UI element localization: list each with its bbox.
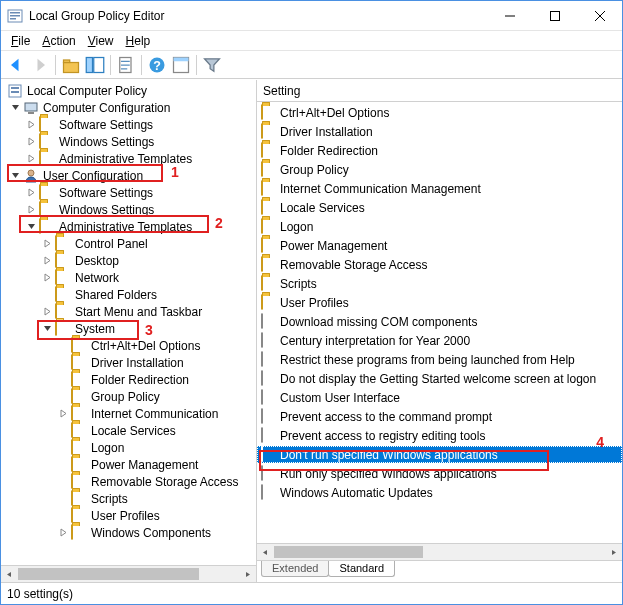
list-item[interactable]: Prevent access to the command prompt <box>257 408 622 425</box>
chevron-down-icon[interactable] <box>41 323 53 335</box>
policy-setting-icon <box>261 447 277 463</box>
navigation-tree[interactable]: Local Computer Policy Computer Configura… <box>3 82 256 582</box>
scroll-left-icon[interactable] <box>257 544 274 560</box>
tree-sys-scripts[interactable]: Scripts <box>3 490 256 507</box>
folder-icon <box>261 143 277 159</box>
tree-horizontal-scrollbar[interactable] <box>1 565 256 582</box>
list-item[interactable]: Run only specified Windows applications <box>257 465 622 482</box>
tree-root[interactable]: Local Computer Policy <box>3 82 256 99</box>
maximize-button[interactable] <box>532 1 577 30</box>
list-item[interactable]: Power Management <box>257 237 622 254</box>
chevron-right-icon[interactable] <box>41 238 53 250</box>
chevron-down-icon[interactable] <box>25 221 37 233</box>
toolbar-separator <box>141 55 142 75</box>
tab-label: Standard <box>339 562 384 574</box>
tree-control-panel[interactable]: Control Panel <box>3 235 256 252</box>
forward-button[interactable] <box>29 54 51 76</box>
tree-sys-group-policy[interactable]: Group Policy <box>3 388 256 405</box>
list-item[interactable]: Restrict these programs from being launc… <box>257 351 622 368</box>
chevron-right-icon[interactable] <box>25 119 37 131</box>
back-button[interactable] <box>5 54 27 76</box>
menu-view[interactable]: View <box>82 32 120 50</box>
list-item[interactable]: Folder Redirection <box>257 142 622 159</box>
policy-setting-icon <box>261 466 277 482</box>
tree-cc-admin[interactable]: Administrative Templates <box>3 150 256 167</box>
menu-action[interactable]: Action <box>36 32 81 50</box>
help-button[interactable]: ? <box>146 54 168 76</box>
chevron-down-icon[interactable] <box>9 102 21 114</box>
tree-sys-internet-comm[interactable]: Internet Communication <box>3 405 256 422</box>
tree-system[interactable]: System <box>3 320 256 337</box>
chevron-right-icon[interactable] <box>25 136 37 148</box>
tab-standard[interactable]: Standard <box>328 561 395 577</box>
close-button[interactable] <box>577 1 622 30</box>
list-item[interactable]: Download missing COM components <box>257 313 622 330</box>
scroll-right-icon[interactable] <box>605 544 622 560</box>
tree-desktop[interactable]: Desktop <box>3 252 256 269</box>
folder-icon <box>261 200 277 216</box>
scroll-left-icon[interactable] <box>1 566 18 582</box>
list-column-header[interactable]: Setting <box>257 80 622 102</box>
chevron-right-icon[interactable] <box>57 527 69 539</box>
list-item[interactable]: User Profiles <box>257 294 622 311</box>
list-item[interactable]: Ctrl+Alt+Del Options <box>257 104 622 121</box>
list-item[interactable]: Driver Installation <box>257 123 622 140</box>
list-item[interactable]: Locale Services <box>257 199 622 216</box>
menu-file[interactable]: File <box>5 32 36 50</box>
tree-sys-driver[interactable]: Driver Installation <box>3 354 256 371</box>
chevron-right-icon[interactable] <box>57 408 69 420</box>
policy-setting-icon <box>261 428 277 444</box>
tree-network[interactable]: Network <box>3 269 256 286</box>
tree-label: Start Menu and Taskbar <box>73 305 204 319</box>
chevron-right-icon[interactable] <box>25 153 37 165</box>
menu-help[interactable]: Help <box>120 32 157 50</box>
list-item[interactable]: Prevent access to registry editing tools <box>257 427 622 444</box>
tab-extended[interactable]: Extended <box>261 561 329 577</box>
settings-list[interactable]: Ctrl+Alt+Del OptionsDriver InstallationF… <box>257 102 622 560</box>
tree-sys-user-profiles[interactable]: User Profiles <box>3 507 256 524</box>
filter-button[interactable] <box>201 54 223 76</box>
tree-sys-windows-components[interactable]: Windows Components <box>3 524 256 541</box>
chevron-right-icon[interactable] <box>25 187 37 199</box>
tree-sys-power[interactable]: Power Management <box>3 456 256 473</box>
chevron-down-icon[interactable] <box>9 170 21 182</box>
list-item[interactable]: Removable Storage Access <box>257 256 622 273</box>
tree-sys-ctrlaltdel[interactable]: Ctrl+Alt+Del Options <box>3 337 256 354</box>
show-hide-tree-button[interactable] <box>84 54 106 76</box>
chevron-right-icon[interactable] <box>41 272 53 284</box>
list-item[interactable]: Scripts <box>257 275 622 292</box>
svg-rect-16 <box>174 57 189 61</box>
scroll-thumb[interactable] <box>274 546 423 558</box>
list-item[interactable]: Custom User Interface <box>257 389 622 406</box>
properties-button[interactable] <box>170 54 192 76</box>
scroll-track[interactable] <box>18 566 239 582</box>
tree-sys-folder-redir[interactable]: Folder Redirection <box>3 371 256 388</box>
up-button[interactable] <box>60 54 82 76</box>
list-item[interactable]: Do not display the Getting Started welco… <box>257 370 622 387</box>
scroll-right-icon[interactable] <box>239 566 256 582</box>
chevron-right-icon[interactable] <box>25 204 37 216</box>
list-item[interactable]: Internet Communication Management <box>257 180 622 197</box>
tree-sys-logon[interactable]: Logon <box>3 439 256 456</box>
svg-rect-8 <box>64 62 79 72</box>
tree-sys-removable[interactable]: Removable Storage Access <box>3 473 256 490</box>
export-list-button[interactable] <box>115 54 137 76</box>
window-controls <box>487 1 622 30</box>
minimize-button[interactable] <box>487 1 532 30</box>
column-header-setting: Setting <box>263 84 300 98</box>
tree-label: Windows Components <box>89 526 213 540</box>
list-item[interactable]: Don't run specified Windows applications <box>257 446 622 463</box>
scroll-thumb[interactable] <box>18 568 199 580</box>
tree-shared-folders[interactable]: Shared Folders <box>3 286 256 303</box>
list-horizontal-scrollbar[interactable] <box>257 543 622 560</box>
list-item[interactable]: Group Policy <box>257 161 622 178</box>
list-item[interactable]: Century interpretation for Year 2000 <box>257 332 622 349</box>
chevron-right-icon[interactable] <box>41 255 53 267</box>
chevron-right-icon[interactable] <box>41 306 53 318</box>
tree-label: System <box>73 322 117 336</box>
tree-sys-locale[interactable]: Locale Services <box>3 422 256 439</box>
list-item[interactable]: Windows Automatic Updates <box>257 484 622 501</box>
scroll-track[interactable] <box>274 544 605 560</box>
tree-start-menu[interactable]: Start Menu and Taskbar <box>3 303 256 320</box>
list-item[interactable]: Logon <box>257 218 622 235</box>
